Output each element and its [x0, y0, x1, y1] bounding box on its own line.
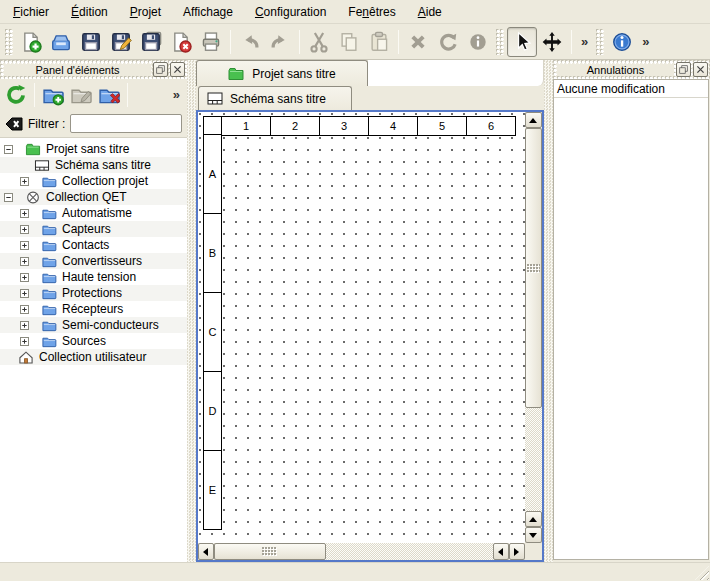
menu-affichage[interactable]: Affichage	[174, 2, 242, 22]
close-icon	[172, 64, 183, 75]
delete-button[interactable]	[403, 27, 433, 57]
tree-item-capteurs[interactable]: Capteurs	[0, 221, 187, 237]
rotate-button[interactable]	[433, 27, 463, 57]
delete-category-button[interactable]	[95, 81, 123, 109]
toolbar-handle[interactable]	[5, 29, 13, 55]
undo-panel-titlebar[interactable]: Annulations	[553, 60, 710, 79]
horizontal-scrollbar[interactable]	[198, 543, 525, 560]
expand-toggle-icon[interactable]	[20, 289, 29, 298]
tree-item-sources[interactable]: Sources	[0, 333, 187, 349]
move-button[interactable]	[537, 27, 567, 57]
tree-item-label: Automatisme	[62, 206, 132, 220]
close-document-button[interactable]	[166, 27, 196, 57]
schema-tab-bar: Schéma sans titre	[196, 86, 544, 110]
expand-toggle-icon[interactable]	[20, 321, 29, 330]
elements-panel-titlebar[interactable]: Panel d'éléments	[0, 60, 187, 79]
tree-item-label: Semi-conducteurs	[62, 318, 159, 332]
menu-projet[interactable]: Projet	[121, 2, 170, 22]
print-button[interactable]	[196, 27, 226, 57]
scroll-down-button[interactable]	[525, 527, 542, 543]
close-panel-button[interactable]	[693, 62, 708, 77]
tree-item-label: Capteurs	[62, 222, 111, 236]
pointer-button[interactable]	[507, 27, 537, 57]
collapse-toggle-icon[interactable]	[4, 193, 13, 202]
column-headers: 123456	[203, 116, 516, 136]
expand-toggle-icon[interactable]	[20, 225, 29, 234]
expand-toggle-icon[interactable]	[20, 177, 29, 186]
tree-item-projet-sans-titre[interactable]: Projet sans titre	[0, 141, 187, 157]
elements-panel-title: Panel d'éléments	[4, 64, 151, 76]
tree-item-haute-tension[interactable]: Haute tension	[0, 269, 187, 285]
new-category-button[interactable]	[39, 81, 67, 109]
tree-item-collection-projet[interactable]: Collection projet	[0, 173, 187, 189]
toolbar-handle[interactable]	[496, 29, 504, 55]
delete-category-icon	[98, 84, 120, 106]
filter-input[interactable]	[70, 114, 182, 133]
expand-toggle-icon[interactable]	[20, 241, 29, 250]
save-button[interactable]	[76, 27, 106, 57]
resize-grip[interactable]	[695, 566, 709, 580]
redo-button[interactable]	[265, 27, 295, 57]
menu-dition[interactable]: Édition	[62, 2, 117, 22]
toolbar-overflow-button[interactable]: »	[637, 32, 654, 51]
toolbar-overflow-button[interactable]: »	[576, 32, 593, 51]
expand-toggle-icon[interactable]	[20, 273, 29, 282]
toolbar-overflow-button[interactable]: »	[168, 85, 185, 104]
vertical-scrollbar-thumb[interactable]	[525, 128, 542, 408]
scroll-left-button-right[interactable]	[493, 543, 509, 560]
left-splitter[interactable]	[187, 60, 196, 562]
tree-item-sch-ma-sans-titre[interactable]: Schéma sans titre	[0, 157, 187, 173]
menu-fen-tres[interactable]: Fenêtres	[339, 2, 404, 22]
tab-project[interactable]: Projet sans titre	[196, 60, 368, 86]
project-folder-icon	[25, 142, 41, 157]
close-panel-button[interactable]	[170, 62, 185, 77]
scroll-up-button-bottom[interactable]	[525, 511, 542, 527]
reload-button[interactable]	[2, 81, 30, 109]
right-splitter[interactable]	[544, 60, 553, 562]
folder-icon	[41, 270, 57, 285]
new-document-button[interactable]	[16, 27, 46, 57]
float-panel-button[interactable]	[676, 62, 691, 77]
scroll-up-button[interactable]	[525, 112, 542, 128]
save-as-button[interactable]	[106, 27, 136, 57]
row-headers: ABCDE	[203, 135, 222, 530]
open-document-button[interactable]	[46, 27, 76, 57]
expand-toggle-icon[interactable]	[20, 305, 29, 314]
tree-item-collection-utilisateur[interactable]: Collection utilisateur	[0, 349, 187, 365]
menu-aide[interactable]: Aide	[409, 2, 451, 22]
menu-fichier[interactable]: Fichier	[4, 2, 58, 22]
expand-toggle-icon[interactable]	[20, 257, 29, 266]
tree-item-convertisseurs[interactable]: Convertisseurs	[0, 253, 187, 269]
float-panel-button[interactable]	[153, 62, 168, 77]
undo-history-item[interactable]: Aucune modification	[554, 80, 708, 98]
tree-item-protections[interactable]: Protections	[0, 285, 187, 301]
scroll-right-button[interactable]	[509, 543, 525, 560]
tree-item-r-cepteurs[interactable]: Récepteurs	[0, 301, 187, 317]
paste-button[interactable]	[364, 27, 394, 57]
info-gray-button[interactable]	[463, 27, 493, 57]
tree-item-automatisme[interactable]: Automatisme	[0, 205, 187, 221]
menu-configuration[interactable]: Configuration	[246, 2, 335, 22]
tree-item-semi-conducteurs[interactable]: Semi-conducteurs	[0, 317, 187, 333]
tab-schema[interactable]: Schéma sans titre	[198, 86, 352, 110]
cut-icon	[308, 31, 330, 53]
cut-button[interactable]	[304, 27, 334, 57]
horizontal-scrollbar-thumb[interactable]	[214, 543, 326, 560]
save-all-button[interactable]	[136, 27, 166, 57]
copy-button[interactable]	[334, 27, 364, 57]
tree-item-contacts[interactable]: Contacts	[0, 237, 187, 253]
expand-toggle-icon[interactable]	[20, 337, 29, 346]
save-all-icon	[140, 31, 162, 53]
undo-button[interactable]	[235, 27, 265, 57]
edit-category-button[interactable]	[67, 81, 95, 109]
tree-item-collection-qet[interactable]: Collection QET	[0, 189, 187, 205]
toolbar-handle[interactable]	[596, 29, 604, 55]
clear-filter-icon[interactable]	[5, 117, 23, 131]
tree-item-label: Haute tension	[62, 270, 136, 284]
about-info-button[interactable]	[607, 27, 637, 57]
scroll-left-button[interactable]	[198, 543, 214, 560]
collapse-toggle-icon[interactable]	[4, 145, 13, 154]
expand-toggle-icon[interactable]	[20, 209, 29, 218]
vertical-scrollbar[interactable]	[525, 112, 542, 543]
schema-canvas[interactable]: 123456 ABCDE	[198, 112, 525, 543]
